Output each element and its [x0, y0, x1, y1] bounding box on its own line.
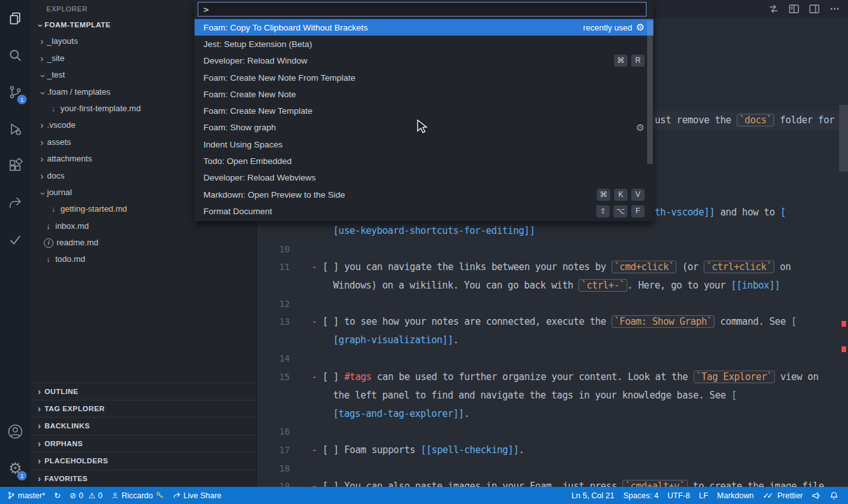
key-icon [156, 491, 164, 500]
git-branch-indicator[interactable]: master* [3, 491, 50, 500]
chevron-down-icon: › [34, 188, 51, 198]
feedback-button[interactable] [807, 491, 825, 500]
code-line: - [ ] #tags can be used to further organ… [311, 369, 818, 385]
line-number: 18 [256, 461, 290, 476]
chevron-down-icon: › [34, 71, 51, 81]
file-label: todo.md [55, 251, 85, 268]
key-v: V [631, 189, 645, 201]
section-tag-explorer[interactable]: › TAG EXPLORER [31, 400, 256, 417]
language-mode[interactable]: Markdown [713, 491, 758, 500]
user-icon [111, 492, 119, 500]
live-share-button[interactable]: Live Share [168, 491, 226, 500]
folder-label: .foam / templates [47, 84, 111, 100]
key-k: K [614, 189, 627, 201]
command-item-open-preview-side[interactable]: Markdown: Open Preview to the Side ⌘KV [195, 186, 653, 203]
line-number: 14 [256, 351, 290, 366]
split-editor-icon[interactable] [807, 2, 821, 16]
folder-label: attachments [47, 151, 92, 167]
folder-label: assets [47, 134, 71, 151]
gear-icon[interactable]: ⚙ [636, 122, 645, 133]
code-line: - [ ] to see how your notes are connecte… [311, 314, 797, 329]
file-label: readme.md [57, 235, 99, 251]
chevron-down-icon: › [32, 21, 48, 31]
settings-gear-icon[interactable]: ⚙ 1 [0, 450, 31, 487]
line-number: 12 [256, 296, 290, 311]
markdown-icon: ↓ [48, 201, 58, 217]
command-item-new-note-from-template[interactable]: Foam: Create New Note From Template [195, 69, 653, 86]
command-item-new-template[interactable]: Foam: Create New Template [195, 102, 653, 119]
code-line: Windows) on a wikilink. You can go back … [333, 278, 780, 293]
liveshare-user[interactable]: Riccardo [107, 491, 168, 500]
command-item-new-note[interactable]: Foam: Create New Note [195, 86, 653, 102]
section-label: FAVORITES [44, 470, 88, 487]
command-input[interactable] [198, 2, 646, 17]
live-share-icon[interactable] [0, 184, 31, 221]
open-changes-icon[interactable] [767, 2, 781, 16]
markdown-icon: ↓ [43, 251, 53, 268]
chevron-right-icon: › [34, 418, 44, 434]
section-backlinks[interactable]: › BACKLINKS [31, 417, 256, 434]
command-palette: Foam: Copy To Clipboard Without Brackets… [195, 0, 653, 221]
problems-indicator[interactable]: ⊘0 ⚠0 [65, 491, 107, 500]
code-line: [tags-and-tag-explorer]]. [333, 406, 470, 421]
error-marker [842, 321, 846, 327]
formatter-status[interactable]: ✓✓Prettier [758, 491, 807, 500]
command-item-todo-open-embedded[interactable]: Todo: Open Embedded [195, 153, 653, 169]
command-item-reload-webviews[interactable]: Developer: Reload Webviews [195, 170, 653, 186]
open-preview-icon[interactable] [787, 2, 801, 16]
errors-icon: ⊘ [70, 491, 76, 500]
tests-check-icon[interactable] [0, 221, 31, 258]
sync-icon: ↻ [54, 491, 60, 500]
root-folder-label: FOAM-TEMPLATE [44, 17, 111, 33]
section-label: PLACEHOLDERS [44, 453, 108, 469]
eol-selector[interactable]: LF [694, 491, 713, 500]
palette-scrollbar[interactable] [647, 21, 653, 164]
code-line: ust remove the `docs` folder for [655, 112, 835, 128]
command-item-show-graph[interactable]: Foam: Show graph ⚙ [195, 119, 653, 136]
key-shift: ⇧ [596, 205, 610, 217]
chevron-right-icon: › [37, 33, 47, 50]
command-item-indent-using-spaces[interactable]: Indent Using Spaces [195, 136, 653, 153]
tree-item-readme[interactable]: i readme.md [31, 235, 256, 251]
chevron-right-icon: › [37, 134, 47, 151]
command-item-reload-window[interactable]: Developer: Reload Window ⌘R [195, 53, 653, 69]
section-placeholders[interactable]: › PLACEHOLDERS [31, 452, 256, 469]
run-debug-icon[interactable] [0, 111, 31, 147]
bell-icon [830, 491, 838, 500]
sync-button[interactable]: ↻ [50, 491, 65, 500]
section-favorites[interactable]: › FAVORITES [31, 470, 256, 487]
markdown-icon: ↓ [48, 100, 58, 117]
tree-item-todo[interactable]: ↓ todo.md [31, 251, 256, 268]
recently-used-label: recently used [583, 23, 632, 32]
section-orphans[interactable]: › ORPHANS [31, 435, 256, 452]
command-item-jest-setup[interactable]: Jest: Setup Extension (Beta) [195, 36, 653, 52]
indentation[interactable]: Spaces: 4 [619, 491, 663, 500]
line-number: 11 [256, 259, 290, 275]
git-branch-icon [7, 491, 15, 500]
megaphone-icon [812, 491, 821, 500]
section-label: OUTLINE [44, 383, 78, 400]
line-number: 13 [256, 314, 290, 329]
gear-icon[interactable]: ⚙ [636, 22, 645, 33]
section-outline[interactable]: › OUTLINE [31, 383, 256, 400]
folder-label: _site [47, 50, 64, 67]
key-alt: ⌥ [613, 205, 627, 217]
code-line: [graph-visualization]]. [333, 332, 458, 348]
chevron-down-icon: › [34, 88, 51, 98]
source-control-icon[interactable]: 1 [0, 74, 31, 111]
command-item-copy-to-clipboard[interactable]: Foam: Copy To Clipboard Without Brackets… [195, 19, 653, 36]
explorer-icon[interactable] [0, 0, 31, 37]
accounts-icon[interactable] [0, 413, 31, 450]
cursor-position[interactable]: Ln 5, Col 21 [567, 491, 619, 500]
editor-scrollbar[interactable] [839, 105, 848, 172]
chevron-right-icon: › [34, 453, 44, 469]
extensions-icon[interactable] [0, 147, 31, 184]
line-number: 10 [256, 242, 290, 257]
encoding[interactable]: UTF-8 [663, 491, 694, 500]
command-item-format-document[interactable]: Format Document ⇧⌥F [195, 203, 653, 219]
more-actions-icon[interactable] [828, 2, 842, 16]
section-label: ORPHANS [44, 435, 83, 452]
search-icon[interactable] [0, 37, 31, 74]
notifications-bell[interactable] [825, 491, 843, 500]
file-label: your-first-template.md [60, 100, 140, 117]
